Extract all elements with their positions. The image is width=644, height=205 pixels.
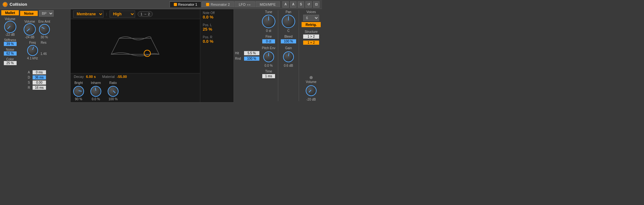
struct1-val[interactable]: 1 > 2 xyxy=(303,34,319,39)
pan-knob[interactable] xyxy=(282,15,295,28)
icon-sync[interactable]: ↺ xyxy=(305,1,312,8)
left-panel: Mallet Volume -22 dB Stiffness 39 % Nois… xyxy=(0,9,70,102)
adsr-section: A 0 ms D 36 ms S 0.00 R 16 ms xyxy=(28,70,46,90)
freq-label: Freq xyxy=(29,41,36,44)
right-panel: Tune 0 st Fine 0 ct Pitch Env 0.0 % Time… xyxy=(261,9,322,102)
hit-label: Hit xyxy=(235,51,243,55)
stiffness-value[interactable]: 39 % xyxy=(4,42,17,46)
noise-section: Noise BP LP HP Volume -24 dB Env Amt xyxy=(20,10,54,101)
inharm-knob[interactable] xyxy=(90,86,101,97)
env-amt-label: Env Amt xyxy=(38,20,50,23)
rnd-row: Rnd 100 % xyxy=(235,57,259,61)
tab-resonator2[interactable]: Resonator 2 xyxy=(202,1,234,7)
rnd-val[interactable]: 100 % xyxy=(244,57,259,61)
mallet-volume-val: -22 dB xyxy=(5,33,15,36)
tune-val: 0 st xyxy=(266,29,271,33)
ratio-val: 100 % xyxy=(109,97,118,101)
inharm-val: 0.0 % xyxy=(92,97,100,101)
voices-select[interactable]: 6 1 2 4 8 xyxy=(303,15,319,21)
power-button[interactable] xyxy=(3,2,8,7)
tune-knob[interactable] xyxy=(262,15,275,28)
retrig-button[interactable]: Retrig. xyxy=(302,22,321,27)
env-amt-group: Env Amt 30 % xyxy=(38,20,50,39)
ratio-group: Ratio 100 % xyxy=(108,81,119,101)
noise-button[interactable]: Noise xyxy=(20,11,38,16)
freq-res-row: Freq 4.1 kHz Res 1.46 xyxy=(27,40,47,60)
decay-val[interactable]: 36 ms xyxy=(33,75,46,80)
rnd-label: Rnd xyxy=(235,57,243,60)
env-amt-knob[interactable] xyxy=(39,24,50,35)
freq-knob[interactable] xyxy=(27,45,38,56)
pos-l-val: 25 % xyxy=(203,27,212,32)
mallet-noise-value[interactable]: 62 % xyxy=(4,51,17,56)
ratio-label: Ratio xyxy=(109,81,117,85)
mallet-noise-label: Noise xyxy=(4,48,17,51)
time-val[interactable]: 1 ms xyxy=(262,74,275,78)
icon-S[interactable]: S xyxy=(298,1,304,8)
tab-resonator1[interactable]: Resonator 1 xyxy=(170,1,202,7)
icon-A1[interactable]: A xyxy=(282,1,289,8)
volume-end-label: Volume xyxy=(306,80,316,84)
icon-save[interactable]: ⊡ xyxy=(313,1,319,8)
filter-select[interactable]: BP LP HP xyxy=(39,10,54,17)
tab-midi[interactable]: MIDI/MPE xyxy=(256,1,280,7)
sustain-val[interactable]: 0.00 xyxy=(33,80,46,85)
attack-val[interactable]: 0 ms xyxy=(33,70,46,74)
hit-val[interactable]: 5.5 % xyxy=(244,51,259,55)
main-container: Collision Resonator 1 Resonator 2 LFO ●●… xyxy=(0,0,322,102)
quality-select[interactable]: High Medium Low xyxy=(110,11,135,18)
attack-label: A xyxy=(28,71,32,74)
note-off-group: Note Off 0.0 % xyxy=(203,11,231,19)
volume-end-val: -20 dB xyxy=(306,98,316,101)
env-amt-val: 30 % xyxy=(41,35,48,39)
lfo-dots: ●● xyxy=(247,3,251,6)
routing-button[interactable]: 1 → 2 xyxy=(138,11,153,17)
struct2-val[interactable]: 1 + 2 xyxy=(303,41,319,45)
resonator-main: Membrane Beam Marimba String | High Medi… xyxy=(70,9,234,102)
pitch-env-val: 0.0 % xyxy=(264,64,273,67)
decay-label: D xyxy=(28,76,32,79)
inharm-label: Inharm xyxy=(91,81,101,85)
membrane-select[interactable]: Membrane Beam Marimba String xyxy=(73,11,103,18)
color-group: Color 25 % xyxy=(4,57,17,65)
time-label: Time xyxy=(265,70,272,73)
tab-lfo-label: LFO xyxy=(239,3,245,6)
membrane-svg xyxy=(110,32,161,61)
ratio-knob[interactable] xyxy=(108,86,119,97)
svg-marker-0 xyxy=(111,38,159,54)
bright-label: Bright xyxy=(74,81,83,85)
icon-A2[interactable]: A xyxy=(290,1,296,8)
sustain-label: S xyxy=(28,81,32,84)
resonator-header: Membrane Beam Marimba String | High Medi… xyxy=(71,9,200,19)
pos-r-val: 0.0 % xyxy=(203,39,213,44)
volume-end-knob[interactable] xyxy=(306,85,317,96)
bleed-val[interactable]: 100 % xyxy=(281,39,296,43)
mallet-button[interactable]: Mallet xyxy=(1,10,19,15)
tab-midi-label: MIDI/MPE xyxy=(260,3,276,6)
pos-l-label: Pos. L xyxy=(203,23,212,27)
structure-label: Structure xyxy=(305,30,318,34)
release-val[interactable]: 16 ms xyxy=(33,86,46,90)
material-text: Material xyxy=(102,75,115,79)
routing-label: 1 → 2 xyxy=(141,12,150,16)
color-value[interactable]: 25 % xyxy=(4,61,17,65)
tune-section: Tune 0 st Fine 0 ct Pitch Env 0.0 % Time… xyxy=(262,10,275,101)
material-label-footer: Material -55.00 xyxy=(102,75,127,79)
fine-input[interactable]: 0 ct xyxy=(262,39,275,43)
voices-section: Voices 6 1 2 4 8 Retrig. Structure 1 > 2… xyxy=(302,10,321,101)
separator2 xyxy=(299,10,299,101)
noise-knobs-row: Volume -24 dB Env Amt 30 % xyxy=(24,19,50,39)
mallet-volume-knob[interactable] xyxy=(4,21,16,33)
res-group: Res 1.46 xyxy=(41,41,47,60)
resonator-container: Membrane Beam Marimba String | High Medi… xyxy=(70,9,234,102)
tab-resonator2-label: Resonator 2 xyxy=(211,3,230,6)
pitch-env-knob[interactable] xyxy=(263,51,274,62)
tab-lfo[interactable]: LFO ●● xyxy=(234,1,255,7)
gain-knob[interactable] xyxy=(283,51,294,62)
noise-volume-knob[interactable] xyxy=(24,23,36,35)
adsr-release: R 16 ms xyxy=(28,86,46,90)
bright-knob[interactable] xyxy=(73,86,84,97)
pos-l-group: Pos. L 25 % xyxy=(203,23,231,32)
noise-group: Noise 62 % xyxy=(4,48,17,56)
stiffness-group: Stiffness 39 % xyxy=(4,38,17,46)
